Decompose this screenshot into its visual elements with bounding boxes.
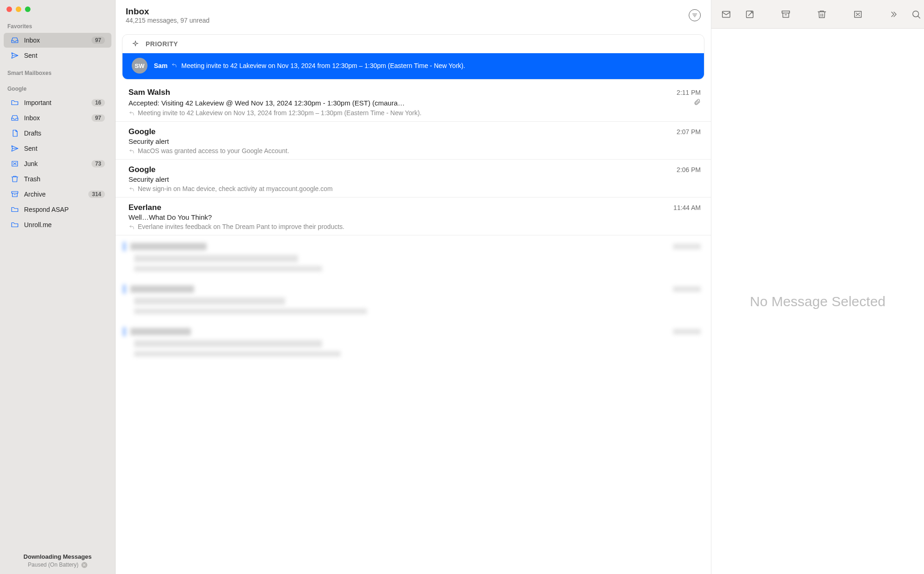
search-button[interactable] (911, 8, 921, 20)
sidebar-section-smart: Smart Mailboxes (0, 63, 115, 79)
compose-icon (745, 9, 755, 19)
unread-badge: 16 (92, 99, 105, 106)
download-status-title: Downloading Messages (6, 553, 110, 560)
junk-icon (853, 9, 863, 19)
svg-rect-10 (782, 11, 790, 13)
fullscreen-window-button[interactable] (25, 6, 31, 12)
sidebar-item-unroll-me[interactable]: Unroll.me (4, 217, 111, 232)
sidebar-item-label: Unroll.me (24, 221, 105, 228)
priority-header: PRIORITY (122, 35, 704, 53)
inbox-icon (10, 36, 19, 45)
priority-sparkle-icon (131, 39, 140, 49)
filter-icon (691, 12, 698, 19)
message-row[interactable]: Sam Walsh 2:11 PM Accepted: Visiting 42 … (116, 82, 711, 122)
trash-icon (817, 9, 827, 19)
sidebar-item-important[interactable]: Important 16 (4, 95, 111, 110)
svg-line-14 (918, 16, 920, 18)
message-row[interactable]: Everlane 11:44 AM Well…What Do You Think… (116, 198, 711, 235)
archive-icon (10, 190, 19, 199)
reply-icon (171, 62, 177, 70)
redacted-message-row (116, 278, 711, 321)
unread-badge: 97 (92, 114, 105, 122)
message-time: 2:06 PM (677, 166, 701, 173)
compose-button[interactable] (745, 8, 755, 20)
reply-icon (129, 186, 135, 193)
cancel-download-icon[interactable]: ✕ (81, 562, 87, 568)
sidebar-item-sent[interactable]: Sent (4, 141, 111, 156)
priority-text: Meeting invite to 42 Lakeview on Nov 13,… (181, 62, 465, 69)
message-list[interactable]: Sam Walsh 2:11 PM Accepted: Visiting 42 … (116, 80, 711, 363)
close-window-button[interactable] (6, 6, 12, 12)
new-message-button[interactable] (721, 8, 732, 20)
preview-column: No Message Selected (711, 0, 924, 574)
message-sender: Google (129, 127, 156, 136)
avatar: SW (132, 58, 147, 74)
message-row[interactable]: Google 2:06 PM Security alert New sign-i… (116, 160, 711, 198)
sidebar-item-trash[interactable]: Trash (4, 172, 111, 186)
archive-button[interactable] (781, 8, 791, 20)
folder-icon (10, 220, 19, 229)
mailbox-title: Inbox (126, 6, 209, 17)
delete-button[interactable] (817, 8, 827, 20)
sidebar-item-label: Junk (24, 160, 87, 167)
svg-rect-8 (722, 11, 730, 17)
sidebar-item-label: Inbox (24, 114, 87, 122)
message-time: 2:07 PM (677, 128, 701, 136)
sidebar-item-label: Sent (24, 145, 105, 152)
sidebar-item-inbox[interactable]: Inbox 97 (4, 111, 111, 125)
reply-icon (129, 148, 135, 155)
sidebar-section-favorites: Favorites (0, 17, 115, 32)
junk-icon (10, 159, 19, 168)
trash-icon (10, 174, 19, 184)
message-row[interactable]: Google 2:07 PM Security alert MacOS was … (116, 122, 711, 160)
folder-icon (10, 205, 19, 214)
inbox-icon (10, 113, 19, 123)
app-window: Favorites Inbox 97 Sent Smart Mailboxes … (0, 0, 924, 574)
junk-button[interactable] (853, 8, 863, 20)
message-time: 11:44 AM (673, 204, 701, 211)
redacted-message-row (116, 321, 711, 363)
unread-badge: 314 (88, 191, 105, 198)
sidebar-item-label: Trash (24, 175, 105, 183)
sidebar-item-respond-asap[interactable]: Respond ASAP (4, 202, 111, 217)
attachment-icon (693, 98, 701, 107)
sent-icon (10, 144, 19, 153)
priority-card: PRIORITY SW Sam Meeting invite to 42 Lak… (122, 34, 704, 80)
sidebar-item-sent[interactable]: Sent (4, 48, 111, 63)
sidebar-item-junk[interactable]: Junk 73 (4, 156, 111, 171)
redacted-message-row (116, 235, 711, 278)
sidebar-item-inbox[interactable]: Inbox 97 (4, 33, 111, 48)
filter-button[interactable] (689, 9, 701, 21)
message-sender: Sam Walsh (129, 88, 170, 97)
sidebar-item-drafts[interactable]: Drafts (4, 126, 111, 141)
message-preview: MacOS was granted access to your Google … (138, 147, 289, 154)
message-subject: Accepted: Visiting 42 Lakeview @ Wed Nov… (129, 99, 404, 107)
unread-badge: 73 (92, 160, 105, 167)
window-controls (0, 0, 115, 17)
priority-label: PRIORITY (146, 40, 178, 48)
unread-badge: 97 (92, 37, 105, 44)
sidebar-item-label: Inbox (24, 37, 87, 44)
sidebar-item-label: Archive (24, 191, 84, 198)
message-sender: Google (129, 165, 156, 174)
sidebar-item-archive[interactable]: Archive 314 (4, 187, 111, 202)
message-list-column: Inbox 44,215 messages, 97 unread PRIORIT… (116, 0, 711, 574)
more-button[interactable] (889, 8, 898, 20)
priority-message[interactable]: SW Sam Meeting invite to 42 Lakeview on … (122, 53, 704, 79)
sidebar-item-label: Important (24, 99, 87, 106)
svg-rect-3 (12, 191, 18, 193)
folder-icon (10, 98, 19, 107)
message-time: 2:11 PM (677, 89, 701, 96)
doc-icon (10, 129, 19, 138)
message-subject: Security alert (129, 175, 169, 183)
sent-icon (10, 51, 19, 60)
message-subject: Well…What Do You Think? (129, 213, 212, 221)
message-preview: Meeting invite to 42 Lakeview on Nov 13,… (138, 109, 422, 117)
message-subject: Security alert (129, 137, 169, 145)
list-header: Inbox 44,215 messages, 97 unread (116, 0, 711, 29)
reply-icon (129, 224, 135, 231)
sidebar-item-label: Respond ASAP (24, 206, 105, 213)
minimize-window-button[interactable] (16, 6, 21, 12)
sidebar-item-label: Drafts (24, 130, 105, 137)
message-sender: Everlane (129, 203, 161, 212)
